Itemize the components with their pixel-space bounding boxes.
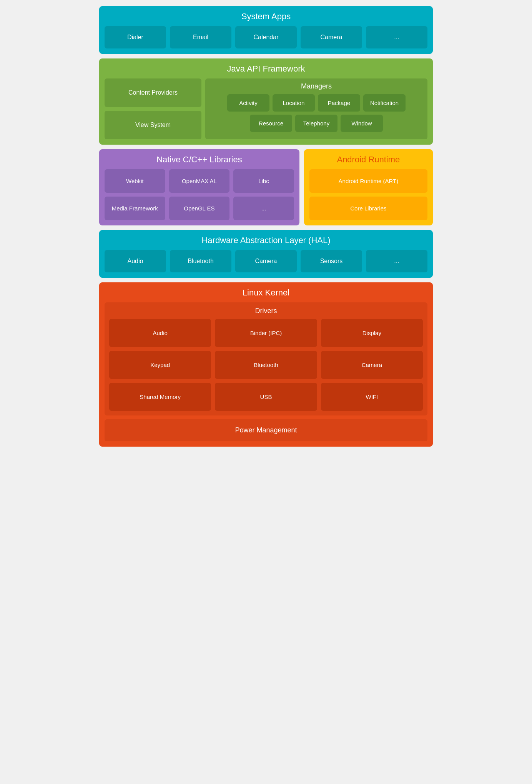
hal-layer: Hardware Abstraction Layer (HAL) Audio B… — [99, 230, 433, 278]
view-system-box: View System — [105, 111, 201, 139]
runtime-items: Android Runtime (ART) Core Libraries — [309, 169, 427, 220]
managers-grid: Activity Location Package Notification R… — [209, 94, 424, 132]
managers-title: Managers — [209, 82, 424, 90]
system-app-email: Email — [170, 26, 231, 48]
hal-camera: Camera — [235, 250, 297, 272]
manager-resource: Resource — [250, 115, 292, 132]
native-openmax: OpenMAX AL — [169, 169, 230, 193]
linux-kernel-layer: Linux Kernel Drivers Audio Binder (IPC) … — [99, 282, 433, 447]
managers-section: Managers Activity Location Package Notif… — [205, 78, 427, 139]
runtime-core-libraries: Core Libraries — [309, 197, 427, 220]
system-app-camera: Camera — [301, 26, 362, 48]
driver-keypad: Keypad — [109, 351, 211, 379]
android-runtime-title: Android Runtime — [309, 155, 427, 165]
native-libs-grid: Webkit OpenMAX AL Libc Media Framework O… — [105, 169, 294, 220]
system-apps-title: System Apps — [105, 12, 427, 22]
driver-binder: Binder (IPC) — [215, 319, 317, 347]
hal-title: Hardware Abstraction Layer (HAL) — [105, 235, 427, 245]
driver-camera: Camera — [321, 351, 423, 379]
drivers-section: Drivers Audio Binder (IPC) Display Keypa… — [105, 302, 427, 415]
manager-location: Location — [273, 94, 315, 112]
manager-window: Window — [341, 115, 383, 132]
native-libs-layer: Native C/C++ Libraries Webkit OpenMAX AL… — [99, 149, 299, 225]
driver-display: Display — [321, 319, 423, 347]
runtime-art: Android Runtime (ART) — [309, 169, 427, 193]
driver-wifi: WIFI — [321, 383, 423, 411]
manager-package: Package — [318, 94, 360, 112]
content-providers-box: Content Providers — [105, 78, 201, 107]
manager-telephony: Telephony — [295, 115, 337, 132]
system-apps-items: Dialer Email Calendar Camera ... — [105, 26, 427, 48]
java-api-title: Java API Framework — [105, 64, 427, 74]
native-libc: Libc — [233, 169, 294, 193]
java-api-content: Content Providers View System Managers A… — [105, 78, 427, 139]
hal-bluetooth: Bluetooth — [170, 250, 231, 272]
system-app-calendar: Calendar — [235, 26, 297, 48]
native-more: ... — [233, 197, 294, 220]
managers-row-2: Resource Telephony Window — [209, 115, 424, 132]
java-api-left: Content Providers View System — [105, 78, 201, 139]
hal-audio: Audio — [105, 250, 166, 272]
android-architecture-diagram: System Apps Dialer Email Calendar Camera… — [93, 0, 439, 453]
native-opengl: OpenGL ES — [169, 197, 230, 220]
native-webkit: Webkit — [105, 169, 165, 193]
system-app-more: ... — [366, 26, 427, 48]
hal-items: Audio Bluetooth Camera Sensors ... — [105, 250, 427, 272]
hal-sensors: Sensors — [301, 250, 362, 272]
drivers-grid: Audio Binder (IPC) Display Keypad Blueto… — [109, 319, 423, 411]
native-libs-title: Native C/C++ Libraries — [105, 155, 294, 165]
driver-usb: USB — [215, 383, 317, 411]
manager-activity: Activity — [227, 94, 269, 112]
manager-notification: Notification — [363, 94, 406, 112]
system-app-dialer: Dialer — [105, 26, 166, 48]
driver-bluetooth: Bluetooth — [215, 351, 317, 379]
driver-audio: Audio — [109, 319, 211, 347]
native-media-framework: Media Framework — [105, 197, 165, 220]
driver-shared-memory: Shared Memory — [109, 383, 211, 411]
linux-kernel-title: Linux Kernel — [105, 288, 427, 298]
java-api-layer: Java API Framework Content Providers Vie… — [99, 58, 433, 145]
power-management: Power Management — [105, 419, 427, 441]
drivers-title: Drivers — [109, 307, 423, 315]
managers-row-1: Activity Location Package Notification — [209, 94, 424, 112]
middle-section: Native C/C++ Libraries Webkit OpenMAX AL… — [99, 149, 433, 225]
system-apps-layer: System Apps Dialer Email Calendar Camera… — [99, 6, 433, 54]
android-runtime-layer: Android Runtime Android Runtime (ART) Co… — [304, 149, 433, 225]
hal-more: ... — [366, 250, 427, 272]
